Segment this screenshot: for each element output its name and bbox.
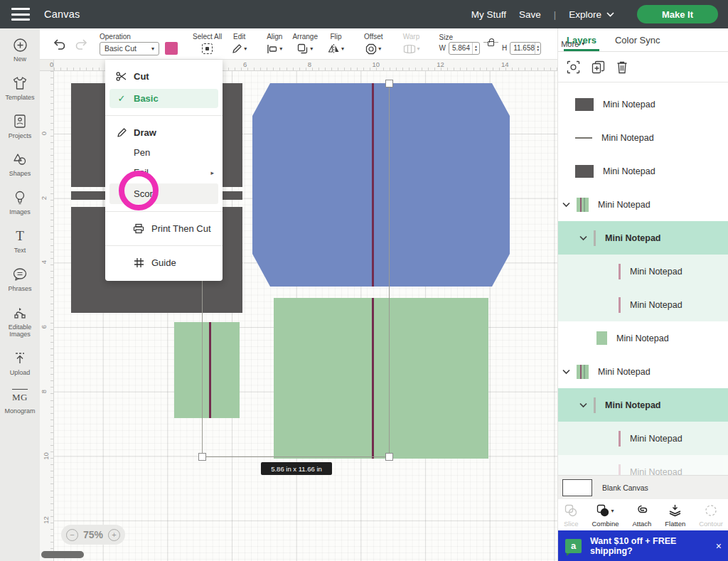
save-link[interactable]: Save <box>519 9 541 20</box>
menu-item-foil[interactable]: Foil ▸ <box>105 164 223 181</box>
sidebar-item-monogram[interactable]: MG Monogram <box>0 389 40 415</box>
sidebar-item-shapes[interactable]: Shapes <box>0 151 40 178</box>
pencil-icon <box>115 127 128 138</box>
tshirt-icon <box>12 75 28 91</box>
layer-thumbnail <box>619 297 621 313</box>
selection-handle[interactable] <box>385 453 393 461</box>
combine-icon <box>596 504 609 517</box>
operation-color-swatch[interactable] <box>165 42 178 55</box>
menu-item-draw[interactable]: Draw <box>105 123 223 141</box>
blank-canvas-row[interactable]: Blank Canvas <box>558 475 728 499</box>
layer-label: Mini Notepad <box>630 434 682 444</box>
offset-button[interactable]: Offset ▾ <box>359 33 388 55</box>
sidebar-item-images[interactable]: Images <box>0 190 40 216</box>
layer-row[interactable]: Mini Notepad <box>558 321 728 355</box>
layer-row[interactable]: Mini Notepad <box>558 221 728 255</box>
layer-row[interactable]: Mini Notepad <box>558 288 728 321</box>
score-line[interactable] <box>372 83 374 287</box>
layer-label: Mini Notepad <box>598 367 651 377</box>
score-line[interactable] <box>372 298 374 459</box>
redo-button[interactable] <box>74 38 88 50</box>
offset-icon <box>365 43 377 55</box>
lightbulb-icon <box>14 190 26 205</box>
arrange-button[interactable]: Arrange ▾ <box>287 33 323 55</box>
align-button[interactable]: Align ▾ <box>262 33 287 55</box>
menu-item-print-then-cut[interactable]: Print Then Cut <box>105 219 223 238</box>
sidebar-item-text[interactable]: T Text <box>0 228 40 255</box>
ruler-number: 14 <box>501 60 509 68</box>
horizontal-scrollbar[interactable] <box>41 551 84 558</box>
chevron-down-icon[interactable] <box>562 202 570 208</box>
sidebar-item-new[interactable]: New <box>0 37 40 63</box>
explore-menu[interactable]: Explore <box>569 9 614 20</box>
layer-row[interactable]: Mini Notepad <box>558 87 728 121</box>
layer-label: Mini Notepad <box>616 333 669 343</box>
layer-row[interactable]: Mini Notepad <box>558 388 728 422</box>
zoom-level: 75% <box>83 529 103 540</box>
trash-icon[interactable] <box>616 60 628 74</box>
tab-color-sync[interactable]: Color Sync <box>615 35 660 46</box>
action-label: Combine <box>592 520 619 528</box>
notepad-spine-shape[interactable] <box>174 322 240 418</box>
arrange-label: Arrange <box>292 33 318 41</box>
hamburger-menu-icon[interactable] <box>11 8 30 21</box>
operation-value: Basic Cut <box>105 44 136 53</box>
duplicate-icon[interactable] <box>592 60 605 74</box>
layer-row[interactable]: Mini Notepad <box>558 355 728 388</box>
height-stepper[interactable]: ▲▼ <box>535 43 540 54</box>
menu-item-basic[interactable]: ✓ Basic <box>109 89 218 108</box>
flatten-button[interactable]: Flatten <box>665 503 685 528</box>
layer-row[interactable]: Mini Notepad <box>558 121 728 154</box>
menu-item-score[interactable]: Score <box>109 183 218 204</box>
layer-row[interactable]: Mini Notepad <box>558 188 728 221</box>
layer-row[interactable]: Mini Notepad <box>558 255 728 288</box>
select-layers-icon[interactable] <box>567 60 580 74</box>
select-all-icon <box>202 43 213 55</box>
flip-button[interactable]: Flip ▾ <box>323 33 349 55</box>
layers-panel: Layers Color Sync Mini NotepadMini Notep… <box>557 28 728 561</box>
score-line[interactable] <box>209 322 211 418</box>
selection-handle[interactable] <box>198 453 206 461</box>
sidebar-item-templates[interactable]: Templates <box>0 75 40 102</box>
chevron-down-icon[interactable] <box>562 369 570 375</box>
sidebar-item-upload[interactable]: Upload <box>0 351 40 377</box>
sidebar-item-projects[interactable]: Projects <box>0 114 40 140</box>
notepad-page-shape[interactable] <box>274 298 488 459</box>
close-icon[interactable]: × <box>716 540 722 552</box>
edit-button[interactable]: Edit ▾ <box>227 33 252 55</box>
edit-path-icon <box>12 305 28 321</box>
my-stuff-link[interactable]: My Stuff <box>471 9 506 20</box>
selection-handle[interactable] <box>385 80 393 87</box>
layer-row[interactable]: Mini Notepad <box>558 422 728 455</box>
more-button[interactable]: More ▾ <box>555 40 590 48</box>
select-all-button[interactable]: Select All <box>188 33 227 55</box>
chevron-down-icon[interactable] <box>579 402 587 408</box>
speech-bubble-icon <box>12 267 28 282</box>
arrange-icon <box>297 43 309 54</box>
combine-button[interactable]: ▾ Combine <box>592 503 619 528</box>
width-stepper[interactable]: ▲▼ <box>472 43 479 54</box>
menu-item-guide[interactable]: Guide <box>105 253 223 272</box>
chevron-down-icon: ▾ <box>582 41 584 47</box>
zoom-in-button[interactable]: + <box>108 529 120 541</box>
width-input[interactable]: 5.864 ▲▼ <box>449 42 480 55</box>
operation-select[interactable]: Basic Cut ▾ <box>100 42 159 55</box>
notepad-cover-shape[interactable] <box>252 83 510 287</box>
chevron-down-icon[interactable] <box>579 235 587 241</box>
zoom-out-button[interactable]: − <box>66 529 78 541</box>
height-input[interactable]: 11.658 ▲▼ <box>510 42 541 55</box>
size-lock-icon[interactable] <box>483 41 498 46</box>
layer-row[interactable]: Mini Notepad <box>558 455 728 475</box>
edit-toolbar: Operation Basic Cut ▾ Select All Edit ▾ … <box>40 28 557 60</box>
attach-button[interactable]: Attach <box>632 503 651 528</box>
menu-item-pen[interactable]: Pen <box>105 144 223 161</box>
make-it-button[interactable]: Make It <box>637 5 718 23</box>
layer-row[interactable]: Mini Notepad <box>558 154 728 188</box>
sidebar-item-phrases[interactable]: Phrases <box>0 267 40 293</box>
layer-thumbnail <box>619 464 621 476</box>
ruler-number: 6 <box>243 60 247 68</box>
sidebar-item-label: New <box>14 55 26 63</box>
sidebar-item-editable-images[interactable]: Editable Images <box>0 305 40 339</box>
menu-item-cut[interactable]: Cut <box>105 67 223 85</box>
undo-button[interactable] <box>53 38 67 50</box>
